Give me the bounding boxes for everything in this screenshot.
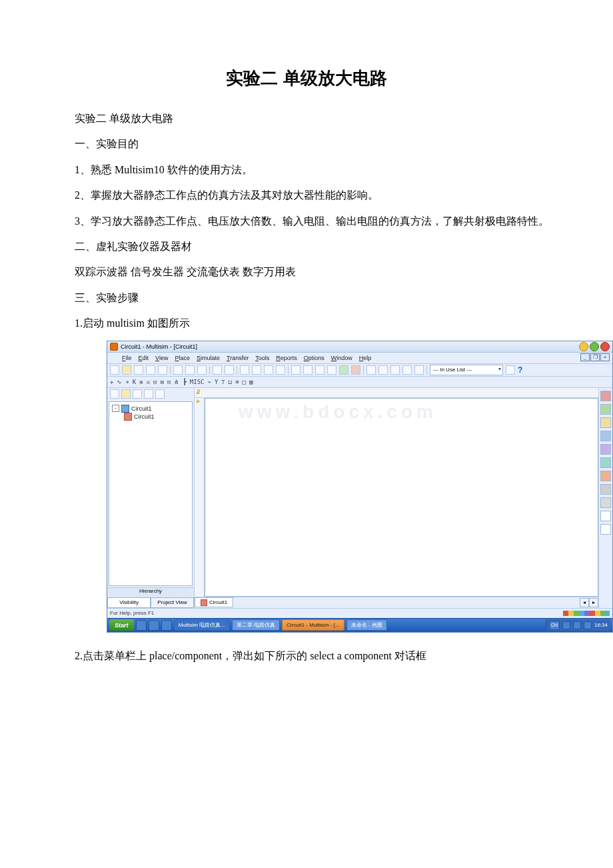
menu-options[interactable]: Options <box>304 355 324 361</box>
design-tree[interactable]: - Circuit1 Circuit1 <box>109 401 193 586</box>
comp-button[interactable]: ▥ <box>249 379 253 385</box>
taskbar-item[interactable]: Multisim 电路仿真... <box>174 619 230 631</box>
mdi-minimize-button[interactable]: _ <box>580 353 590 361</box>
start-button[interactable]: Start <box>109 619 134 631</box>
undo-button[interactable] <box>213 365 222 375</box>
toolbar-button[interactable] <box>390 365 400 375</box>
run-button[interactable] <box>339 365 348 375</box>
print-button[interactable] <box>146 365 155 375</box>
tree-root-node[interactable]: - Circuit1 <box>112 405 189 413</box>
menu-window[interactable]: Window <box>331 355 352 361</box>
close-button[interactable] <box>600 342 610 351</box>
toolbar-button[interactable] <box>414 365 424 375</box>
panel-open-button[interactable] <box>121 389 131 399</box>
comp-misc-button[interactable]: MISC <box>190 379 205 385</box>
new-button[interactable] <box>110 365 119 375</box>
mdi-restore-button[interactable]: ❐ <box>590 353 600 361</box>
toolbar-button[interactable] <box>366 365 376 375</box>
instrument-wattmeter-button[interactable] <box>600 417 611 428</box>
maximize-button[interactable] <box>590 342 599 351</box>
quicklaunch-item[interactable] <box>149 620 159 631</box>
instrument-wordgen-button[interactable] <box>600 457 611 468</box>
instrument-logicanalyzer-button[interactable] <box>600 471 611 481</box>
tray-icon[interactable] <box>584 621 592 629</box>
in-use-list-dropdown[interactable]: --- In Use List --- <box>430 365 503 375</box>
comp-signal-button[interactable]: ∿ <box>117 379 122 385</box>
taskbar-item-active[interactable]: Circuit1 - Multisim - [... <box>282 619 344 631</box>
comp-button[interactable]: ⊤ <box>221 379 225 385</box>
menu-view[interactable]: View <box>155 355 168 361</box>
instrument-funcgen-button[interactable] <box>600 404 611 415</box>
toolbar-button[interactable] <box>327 365 336 375</box>
instrument-multimeter-button[interactable] <box>600 391 611 401</box>
mdi-close-button[interactable]: × <box>600 353 610 361</box>
paste-button[interactable] <box>197 365 207 375</box>
comp-diode-button[interactable]: K <box>133 379 136 385</box>
tree-collapse-icon[interactable]: - <box>112 405 119 412</box>
panel-new-button[interactable] <box>110 389 119 399</box>
instrument-button[interactable] <box>600 484 611 495</box>
zoomfit-button[interactable] <box>276 365 285 375</box>
comp-rf-button[interactable]: ⌁ <box>207 379 211 385</box>
scroll-right-button[interactable]: ▸ <box>589 598 598 607</box>
stop-button[interactable] <box>351 365 360 375</box>
panel-save-button[interactable] <box>133 389 142 399</box>
comp-basic-button[interactable]: ∗ <box>125 379 129 385</box>
toolbar-button[interactable] <box>402 365 412 375</box>
preview-button[interactable] <box>158 365 167 375</box>
quicklaunch-item[interactable] <box>136 620 147 631</box>
menu-edit[interactable]: Edit <box>139 355 149 361</box>
menu-simulate[interactable]: Simulate <box>197 355 220 361</box>
redo-button[interactable] <box>225 365 234 375</box>
instrument-button[interactable] <box>600 511 611 521</box>
comp-elecmech-button[interactable]: Y <box>215 379 218 385</box>
comp-button[interactable]: ⌧ <box>235 379 239 385</box>
comp-analog-button[interactable]: ☒ <box>147 379 150 385</box>
comp-indicator-button[interactable]: ┣ <box>183 379 186 385</box>
toolbar-button[interactable] <box>291 365 301 375</box>
save-button[interactable] <box>134 365 143 375</box>
comp-transistor-button[interactable]: ⊕ <box>139 379 143 385</box>
menu-place[interactable]: Place <box>175 355 190 361</box>
tab-visibility[interactable]: Visibility <box>107 597 151 608</box>
comp-cmos-button[interactable]: ⊞ <box>161 379 164 385</box>
quicklaunch-item[interactable] <box>161 620 172 631</box>
instrument-oscilloscope-button[interactable] <box>600 431 611 441</box>
copy-button[interactable] <box>185 365 195 375</box>
zoomarea-button[interactable] <box>264 365 273 375</box>
tray-icon[interactable] <box>562 621 570 629</box>
cut-button[interactable] <box>173 365 183 375</box>
clock[interactable]: 16:34 <box>594 622 608 628</box>
menu-file[interactable]: File <box>122 355 132 361</box>
tab-project-view[interactable]: Project View <box>151 597 194 608</box>
open-button[interactable] <box>122 365 131 375</box>
panel-tool-button[interactable] <box>155 389 165 399</box>
taskbar-item[interactable]: 未命名 - 画图 <box>346 619 387 631</box>
toolbar-button[interactable] <box>315 365 324 375</box>
scroll-left-button[interactable]: ◂ <box>580 598 589 607</box>
tree-child-node[interactable]: Circuit1 <box>124 413 189 421</box>
comp-ttl-button[interactable]: ⊟ <box>153 379 157 385</box>
menu-tools[interactable]: Tools <box>255 355 269 361</box>
schematic-canvas[interactable]: www.bdocx.com <box>205 398 598 597</box>
taskbar-item[interactable]: 第二章 电路仿真 <box>232 619 280 631</box>
language-indicator[interactable]: CH <box>549 621 560 630</box>
comp-button[interactable]: ⊔ <box>229 379 232 385</box>
comp-button[interactable]: □ <box>243 379 246 385</box>
window-titlebar[interactable]: Circuit1 - Multisim - [Circuit1] <box>107 341 612 353</box>
zoomin-button[interactable] <box>240 365 249 375</box>
minimize-button[interactable] <box>579 342 588 351</box>
instrument-button[interactable] <box>600 497 611 508</box>
comp-mixed-button[interactable]: ⋔ <box>174 379 179 385</box>
tray-icon[interactable] <box>573 621 581 629</box>
toolbar-button[interactable] <box>303 365 312 375</box>
menu-help[interactable]: Help <box>359 355 372 361</box>
zoomout-button[interactable] <box>252 365 261 375</box>
panel-tool-button[interactable] <box>144 389 153 399</box>
toolbar-button[interactable] <box>506 365 515 375</box>
help-icon[interactable]: ? <box>518 365 522 375</box>
instrument-button[interactable] <box>600 524 611 535</box>
instrument-bodeplotter-button[interactable] <box>600 444 611 455</box>
document-tab[interactable]: Circuit1 <box>195 597 233 607</box>
menu-transfer[interactable]: Transfer <box>227 355 249 361</box>
